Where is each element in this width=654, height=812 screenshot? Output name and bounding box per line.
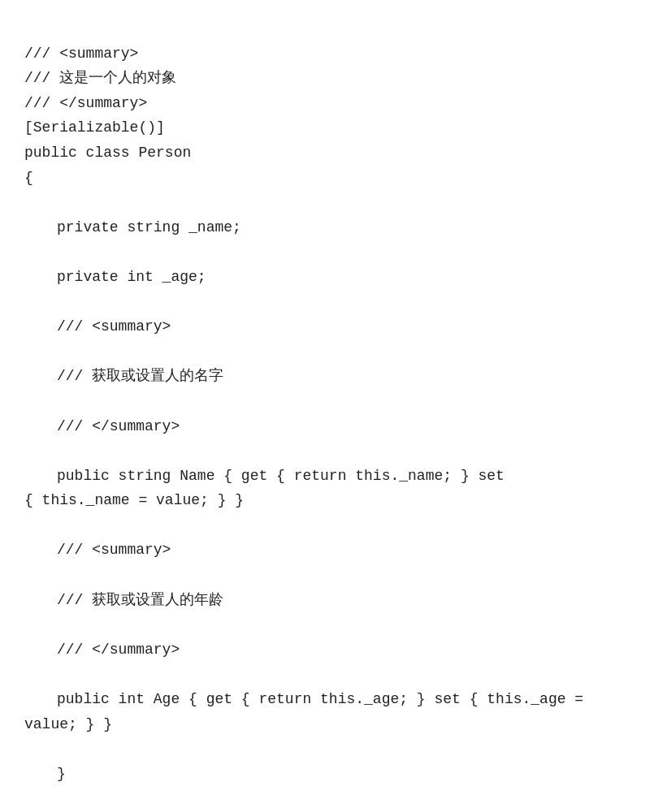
code-line (24, 513, 630, 538)
code-line: public string Name { get { return this._… (24, 464, 630, 489)
code-line (24, 736, 630, 762)
code-line: public class Person (24, 140, 630, 166)
code-display: /// <summary>/// 这是一个人的对象/// </summary>[… (24, 16, 630, 786)
code-line: /// 获取或设置人的名字 (24, 364, 630, 389)
code-line: /// 获取或设置人的年龄 (24, 588, 630, 613)
code-line: /// <summary> (24, 314, 630, 339)
code-line (24, 563, 630, 588)
code-line: [Serializable()] (24, 115, 630, 140)
code-line: /// <summary> (24, 41, 630, 67)
code-line (24, 240, 630, 265)
code-line: public int Age { get { return this._age;… (24, 687, 630, 712)
code-line: private int _age; (24, 265, 630, 290)
code-line: value; } } (24, 712, 630, 737)
code-line (24, 190, 630, 215)
code-line: /// </summary> (24, 91, 630, 116)
code-line: { (24, 166, 630, 191)
code-line (24, 290, 630, 315)
code-line (24, 662, 630, 687)
code-line (24, 339, 630, 365)
code-line: /// </summary> (24, 414, 630, 439)
code-line (24, 438, 630, 464)
code-line: /// 这是一个人的对象 (24, 66, 630, 91)
code-line (24, 389, 630, 414)
code-line: { this._name = value; } } (24, 488, 630, 513)
code-line: } (24, 762, 630, 787)
code-line (24, 612, 630, 637)
code-line: /// </summary> (24, 637, 630, 663)
code-line: /// <summary> (24, 538, 630, 563)
code-line: private string _name; (24, 215, 630, 240)
